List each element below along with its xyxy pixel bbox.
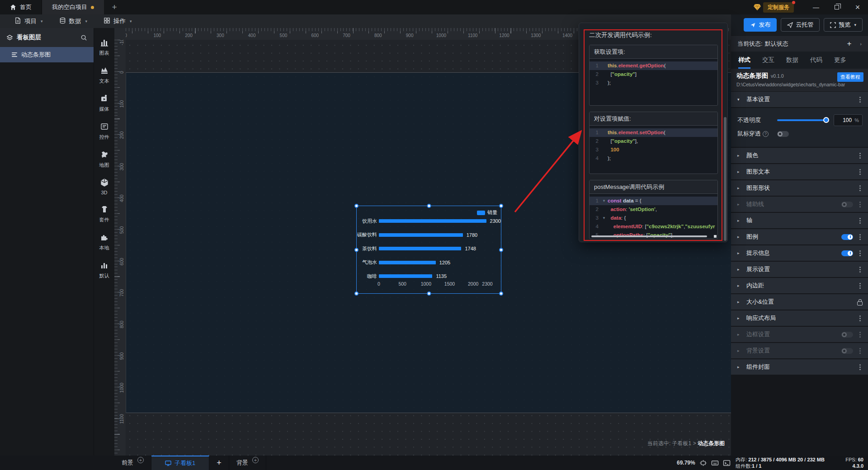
more-menu-icon[interactable]: [859, 99, 861, 100]
slider-knob[interactable]: [823, 117, 829, 123]
resize-handle-w[interactable]: [354, 248, 359, 252]
search-icon[interactable]: [80, 34, 87, 41]
dynamic-bar-chart-widget[interactable]: 销量 饮用水2300碳酸饮料1780茶饮料1748气泡水1205咖啡1135 0…: [356, 206, 501, 294]
more-menu-icon[interactable]: [859, 155, 861, 156]
new-project-tab-button[interactable]: +: [104, 0, 125, 14]
dock-item-3d[interactable]: 3D: [100, 178, 109, 195]
more-menu-icon[interactable]: [859, 318, 861, 319]
opacity-slider[interactable]: [777, 119, 826, 121]
section-toggle-off[interactable]: [841, 332, 853, 338]
section-row[interactable]: ▸响应式布局: [731, 310, 868, 326]
section-row[interactable]: ▸图形文本: [731, 164, 868, 179]
more-menu-icon[interactable]: [859, 367, 861, 368]
more-menu-icon[interactable]: [859, 204, 861, 205]
background-tab[interactable]: 背景+: [229, 456, 266, 470]
add-board-button[interactable]: +: [209, 456, 229, 470]
section-row[interactable]: ▸边框设置: [731, 327, 868, 342]
section-toggle-off[interactable]: [841, 202, 853, 207]
close-button[interactable]: ×: [847, 0, 868, 14]
add-state-button[interactable]: +: [847, 39, 851, 48]
ruler-label: 400: [119, 195, 124, 202]
resize-handle-nw[interactable]: [354, 204, 359, 208]
popup-scrollbar[interactable]: [724, 117, 726, 241]
mouse-passthrough-toggle[interactable]: [777, 131, 789, 137]
menu-item-action[interactable]: 操作▾: [95, 14, 140, 28]
section-label: 响应式布局: [746, 314, 853, 322]
help-icon[interactable]: ?: [763, 131, 769, 137]
board-tab-active[interactable]: 子看板1: [151, 456, 209, 470]
widget-dock: 图表文本媒体控件地图3D套件本地默认: [94, 28, 114, 456]
section-row[interactable]: ▸提示信息: [731, 245, 868, 261]
add-background-icon[interactable]: +: [252, 457, 259, 463]
dock-item-default[interactable]: 默认: [99, 261, 109, 279]
horizontal-scrollbar[interactable]: [591, 235, 707, 237]
publish-button[interactable]: 发布: [744, 18, 777, 32]
fold-icon: [600, 154, 608, 163]
section-row[interactable]: ▸轴: [731, 213, 868, 228]
preview-button[interactable]: 预览 ▾: [824, 18, 863, 32]
section-toggle-on[interactable]: [841, 250, 853, 256]
restore-button[interactable]: [826, 0, 847, 14]
section-row[interactable]: ▸大小&位置: [731, 294, 868, 310]
more-menu-icon[interactable]: [859, 334, 861, 335]
custom-service-badge[interactable]: 定制服务: [763, 2, 794, 13]
dock-item-text[interactable]: 文本: [99, 66, 109, 85]
config-tab-代码[interactable]: 代码: [810, 52, 822, 69]
terminal-icon[interactable]: [723, 460, 731, 466]
tab-project-active[interactable]: 我的空白项目: [42, 0, 104, 14]
fit-screen-icon[interactable]: [699, 460, 707, 466]
resize-handle-se[interactable]: [499, 291, 503, 296]
tab-home[interactable]: 首页: [0, 0, 42, 14]
more-menu-icon[interactable]: [859, 220, 861, 221]
layer-item[interactable]: 动态条形图: [0, 47, 94, 62]
section-row[interactable]: ▸图例: [731, 229, 868, 244]
fold-icon: [600, 79, 608, 87]
opacity-input[interactable]: 100 %: [834, 114, 863, 126]
section-toggle-on[interactable]: [841, 234, 853, 240]
dock-item-map[interactable]: 地图: [99, 150, 109, 169]
menu-item-data[interactable]: 数据▾: [51, 14, 96, 28]
cloud-host-button[interactable]: 云托管: [781, 18, 820, 32]
section-row[interactable]: ▸辅助线: [731, 197, 868, 212]
foreground-tab[interactable]: 前景+: [114, 456, 151, 470]
section-toggle-off[interactable]: [841, 348, 853, 354]
keyboard-icon[interactable]: [711, 460, 719, 466]
section-basic-settings[interactable]: ▾ 基本设置: [731, 92, 868, 107]
resize-handle-e[interactable]: [499, 248, 503, 252]
section-row[interactable]: ▸展示设置: [731, 262, 868, 277]
section-row[interactable]: ▸颜色: [731, 148, 868, 163]
resize-handle-s[interactable]: [427, 291, 431, 296]
dock-item-control[interactable]: 控件: [99, 122, 109, 141]
more-menu-icon[interactable]: [859, 236, 861, 238]
more-menu-icon[interactable]: [859, 188, 861, 189]
section-row[interactable]: ▸图形形状: [731, 180, 868, 196]
chart-bar: [379, 233, 463, 237]
section-row[interactable]: ▸组件封面: [731, 359, 868, 375]
dock-item-chart[interactable]: 图表: [99, 38, 109, 56]
config-tab-数据[interactable]: 数据: [786, 52, 798, 69]
more-menu-icon[interactable]: [859, 269, 861, 270]
dock-item-local[interactable]: 本地: [99, 233, 109, 251]
more-menu-icon[interactable]: [859, 350, 861, 352]
dock-item-media[interactable]: 媒体: [99, 94, 109, 113]
state-expand-icon[interactable]: ›: [860, 41, 862, 47]
tutorial-button[interactable]: 查看教程: [837, 72, 863, 82]
minimize-button[interactable]: —: [806, 0, 826, 14]
resize-handle-ne[interactable]: [499, 204, 503, 208]
menu-item-project[interactable]: 项目▾: [6, 14, 51, 28]
resize-handle-sw[interactable]: [354, 291, 359, 296]
section-row[interactable]: ▸内边距: [731, 278, 868, 293]
resize-handle-n[interactable]: [427, 204, 431, 208]
add-foreground-icon[interactable]: +: [137, 457, 144, 463]
config-tab-样式[interactable]: 样式: [738, 52, 750, 69]
dock-item-kit[interactable]: 套件: [99, 205, 109, 223]
config-tab-更多[interactable]: 更多: [834, 52, 846, 69]
layers-panel: 看板图层 动态条形图: [0, 28, 94, 456]
more-menu-icon[interactable]: [859, 253, 861, 254]
code-text: const data = {: [608, 197, 717, 205]
more-menu-icon[interactable]: [859, 171, 861, 173]
section-row[interactable]: ▸背景设置: [731, 343, 868, 358]
config-tab-交互[interactable]: 交互: [762, 52, 774, 69]
chart-value-label: 2300: [490, 218, 501, 224]
more-menu-icon[interactable]: [859, 285, 861, 287]
